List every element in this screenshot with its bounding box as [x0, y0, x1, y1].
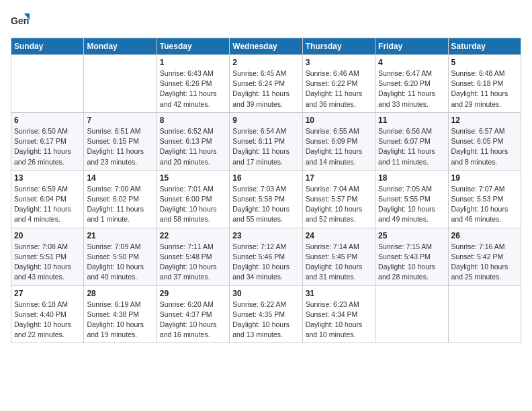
- calendar-cell: 30Sunrise: 6:22 AM Sunset: 4:35 PM Dayli…: [230, 285, 302, 343]
- day-number: 27: [14, 289, 81, 298]
- day-number: 15: [160, 173, 226, 183]
- logo: Gen: [11, 11, 32, 30]
- calendar-table: SundayMondayTuesdayWednesdayThursdayFrid…: [11, 38, 521, 343]
- day-number: 3: [306, 58, 372, 67]
- day-number: 7: [87, 116, 153, 125]
- day-of-week-header: Wednesday: [230, 38, 302, 55]
- svg-text:Gen: Gen: [11, 15, 29, 26]
- day-detail: Sunrise: 6:52 AM Sunset: 6:13 PM Dayligh…: [160, 126, 226, 167]
- day-detail: Sunrise: 7:11 AM Sunset: 5:48 PM Dayligh…: [160, 242, 226, 283]
- calendar-cell: 10Sunrise: 6:55 AM Sunset: 6:09 PM Dayli…: [302, 112, 375, 170]
- calendar-cell: 20Sunrise: 7:08 AM Sunset: 5:51 PM Dayli…: [11, 228, 84, 285]
- calendar-cell: 9Sunrise: 6:54 AM Sunset: 6:11 PM Daylig…: [230, 112, 302, 170]
- day-detail: Sunrise: 7:00 AM Sunset: 6:02 PM Dayligh…: [87, 184, 153, 225]
- day-detail: Sunrise: 7:14 AM Sunset: 5:45 PM Dayligh…: [306, 242, 372, 283]
- day-detail: Sunrise: 6:54 AM Sunset: 6:11 PM Dayligh…: [232, 126, 299, 167]
- day-number: 13: [14, 173, 81, 183]
- day-number: 31: [306, 289, 372, 298]
- day-number: 25: [378, 231, 445, 240]
- day-detail: Sunrise: 6:51 AM Sunset: 6:15 PM Dayligh…: [87, 126, 153, 167]
- calendar-cell: 13Sunrise: 6:59 AM Sunset: 6:04 PM Dayli…: [11, 170, 84, 228]
- calendar-cell: 6Sunrise: 6:50 AM Sunset: 6:17 PM Daylig…: [11, 112, 84, 170]
- day-detail: Sunrise: 7:03 AM Sunset: 5:58 PM Dayligh…: [232, 184, 299, 225]
- calendar-cell: [448, 285, 521, 343]
- day-detail: Sunrise: 6:57 AM Sunset: 6:05 PM Dayligh…: [451, 126, 518, 167]
- day-number: 23: [232, 231, 299, 240]
- calendar-cell: 5Sunrise: 6:48 AM Sunset: 6:18 PM Daylig…: [448, 55, 521, 113]
- day-number: 18: [378, 173, 445, 183]
- day-detail: Sunrise: 7:12 AM Sunset: 5:46 PM Dayligh…: [232, 242, 299, 283]
- day-detail: Sunrise: 6:19 AM Sunset: 4:38 PM Dayligh…: [87, 300, 153, 340]
- day-detail: Sunrise: 7:01 AM Sunset: 6:00 PM Dayligh…: [160, 184, 226, 225]
- day-detail: Sunrise: 7:04 AM Sunset: 5:57 PM Dayligh…: [306, 184, 372, 225]
- day-number: 12: [451, 116, 518, 125]
- day-number: 2: [232, 58, 299, 67]
- day-detail: Sunrise: 6:47 AM Sunset: 6:20 PM Dayligh…: [378, 68, 445, 109]
- calendar-cell: 24Sunrise: 7:14 AM Sunset: 5:45 PM Dayli…: [302, 228, 375, 285]
- calendar-cell: 4Sunrise: 6:47 AM Sunset: 6:20 PM Daylig…: [375, 55, 448, 113]
- day-detail: Sunrise: 7:09 AM Sunset: 5:50 PM Dayligh…: [87, 242, 153, 283]
- day-detail: Sunrise: 6:23 AM Sunset: 4:34 PM Dayligh…: [306, 300, 372, 340]
- day-detail: Sunrise: 6:45 AM Sunset: 6:24 PM Dayligh…: [232, 68, 299, 109]
- calendar-cell: 16Sunrise: 7:03 AM Sunset: 5:58 PM Dayli…: [230, 170, 302, 228]
- day-of-week-header: Thursday: [302, 38, 375, 55]
- day-number: 26: [451, 231, 518, 240]
- day-number: 1: [160, 58, 226, 67]
- day-number: 5: [451, 58, 518, 67]
- calendar-cell: 25Sunrise: 7:15 AM Sunset: 5:43 PM Dayli…: [375, 228, 448, 285]
- day-detail: Sunrise: 6:48 AM Sunset: 6:18 PM Dayligh…: [451, 68, 518, 109]
- day-number: 30: [232, 289, 299, 298]
- day-of-week-header: Monday: [84, 38, 157, 55]
- day-number: 14: [87, 173, 153, 183]
- day-detail: Sunrise: 6:55 AM Sunset: 6:09 PM Dayligh…: [306, 126, 372, 167]
- day-of-week-header: Friday: [375, 38, 448, 55]
- day-detail: Sunrise: 6:22 AM Sunset: 4:35 PM Dayligh…: [232, 300, 299, 340]
- calendar-cell: 17Sunrise: 7:04 AM Sunset: 5:57 PM Dayli…: [302, 170, 375, 228]
- calendar-cell: 15Sunrise: 7:01 AM Sunset: 6:00 PM Dayli…: [157, 170, 229, 228]
- calendar-cell: 23Sunrise: 7:12 AM Sunset: 5:46 PM Dayli…: [230, 228, 302, 285]
- day-number: 21: [87, 231, 153, 240]
- calendar-cell: [375, 285, 448, 343]
- day-detail: Sunrise: 6:18 AM Sunset: 4:40 PM Dayligh…: [14, 300, 81, 340]
- calendar-cell: 11Sunrise: 6:56 AM Sunset: 6:07 PM Dayli…: [375, 112, 448, 170]
- day-number: 11: [378, 116, 445, 125]
- calendar-cell: 12Sunrise: 6:57 AM Sunset: 6:05 PM Dayli…: [448, 112, 521, 170]
- day-detail: Sunrise: 7:05 AM Sunset: 5:55 PM Dayligh…: [378, 184, 445, 225]
- day-detail: Sunrise: 6:59 AM Sunset: 6:04 PM Dayligh…: [14, 184, 81, 225]
- day-of-week-header: Saturday: [448, 38, 521, 55]
- calendar-cell: 27Sunrise: 6:18 AM Sunset: 4:40 PM Dayli…: [11, 285, 84, 343]
- calendar-cell: 21Sunrise: 7:09 AM Sunset: 5:50 PM Dayli…: [84, 228, 157, 285]
- day-number: 22: [160, 231, 226, 240]
- calendar-cell: 28Sunrise: 6:19 AM Sunset: 4:38 PM Dayli…: [84, 285, 157, 343]
- day-number: 28: [87, 289, 153, 298]
- calendar-cell: 2Sunrise: 6:45 AM Sunset: 6:24 PM Daylig…: [230, 55, 302, 113]
- calendar-cell: [11, 55, 84, 113]
- day-detail: Sunrise: 6:56 AM Sunset: 6:07 PM Dayligh…: [378, 126, 445, 167]
- calendar-cell: 7Sunrise: 6:51 AM Sunset: 6:15 PM Daylig…: [84, 112, 157, 170]
- day-number: 4: [378, 58, 445, 67]
- day-number: 9: [232, 116, 299, 125]
- calendar-cell: 8Sunrise: 6:52 AM Sunset: 6:13 PM Daylig…: [157, 112, 229, 170]
- day-number: 24: [306, 231, 372, 240]
- day-detail: Sunrise: 6:46 AM Sunset: 6:22 PM Dayligh…: [306, 68, 372, 109]
- calendar-cell: 3Sunrise: 6:46 AM Sunset: 6:22 PM Daylig…: [302, 55, 375, 113]
- day-number: 6: [14, 116, 81, 125]
- day-number: 20: [14, 231, 81, 240]
- day-number: 29: [160, 289, 226, 298]
- day-number: 8: [160, 116, 226, 125]
- day-number: 10: [306, 116, 372, 125]
- day-number: 19: [451, 173, 518, 183]
- day-detail: Sunrise: 6:50 AM Sunset: 6:17 PM Dayligh…: [14, 126, 81, 167]
- calendar-cell: 22Sunrise: 7:11 AM Sunset: 5:48 PM Dayli…: [157, 228, 229, 285]
- day-detail: Sunrise: 7:07 AM Sunset: 5:53 PM Dayligh…: [451, 184, 518, 225]
- day-detail: Sunrise: 7:08 AM Sunset: 5:51 PM Dayligh…: [14, 242, 81, 283]
- calendar-cell: 31Sunrise: 6:23 AM Sunset: 4:34 PM Dayli…: [302, 285, 375, 343]
- logo-icon: Gen: [11, 11, 30, 30]
- day-of-week-header: Sunday: [11, 38, 84, 55]
- day-detail: Sunrise: 6:43 AM Sunset: 6:26 PM Dayligh…: [160, 68, 226, 109]
- calendar-cell: [84, 55, 157, 113]
- page-header: Gen: [11, 11, 521, 30]
- day-number: 16: [232, 173, 299, 183]
- day-detail: Sunrise: 7:16 AM Sunset: 5:42 PM Dayligh…: [451, 242, 518, 283]
- day-detail: Sunrise: 7:15 AM Sunset: 5:43 PM Dayligh…: [378, 242, 445, 283]
